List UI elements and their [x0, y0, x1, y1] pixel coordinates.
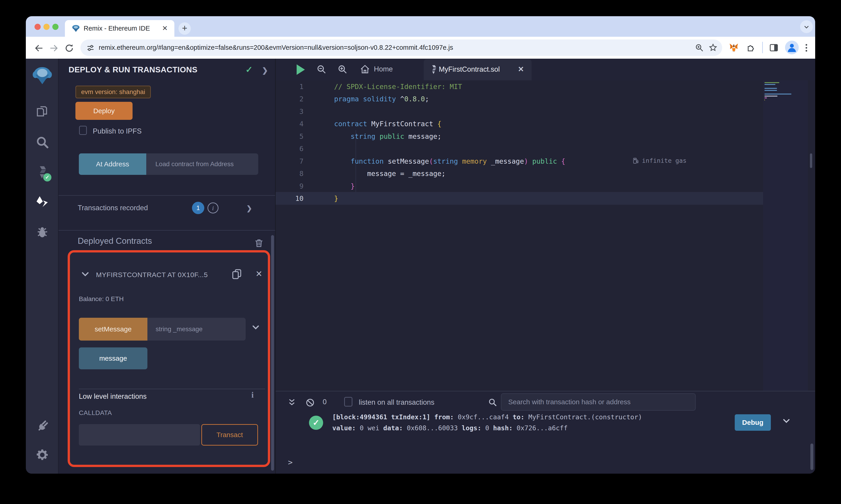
line-number: 8	[276, 167, 304, 180]
transactions-recorded-label: Transactions recorded	[78, 204, 148, 212]
remix-favicon-icon	[72, 24, 80, 32]
publish-ipfs-checkbox[interactable]	[79, 126, 87, 135]
file-tab-label: MyFirstContract.sol	[439, 65, 500, 73]
listen-all-checkbox[interactable]	[344, 397, 353, 407]
tx-log-line-2[interactable]: value: 0 wei data: 0x608...60033 logs: 0…	[332, 424, 568, 432]
editor-minimap[interactable]	[763, 80, 808, 391]
editor-region: Home MyFirstContract.sol ✕ 12345678910 /…	[275, 59, 815, 474]
plugin-manager-icon[interactable]	[35, 417, 50, 432]
set-message-input[interactable]	[148, 318, 246, 341]
panel-divider	[58, 195, 275, 196]
terminal-expand-icon[interactable]	[287, 398, 297, 408]
editor-tabbar: Home MyFirstContract.sol ✕	[276, 59, 815, 80]
home-tab-label[interactable]: Home	[374, 65, 393, 73]
code-line: message = _message;	[334, 167, 565, 180]
transactions-expand-chevron-icon[interactable]: ❯	[246, 204, 252, 212]
deploy-button[interactable]: Deploy	[75, 102, 133, 120]
tab-search-chevron-icon[interactable]	[800, 20, 813, 33]
contract-collapse-chevron-icon[interactable]	[81, 270, 89, 278]
tx-log-line-1[interactable]: [block:4994361 txIndex:1] from: 0x9cf...…	[332, 413, 642, 421]
terminal-scrollbar-thumb[interactable]	[810, 444, 813, 470]
new-tab-button[interactable]: +	[178, 22, 191, 35]
deploy-run-panel: DEPLOY & RUN TRANSACTIONS ✓ ❯ evm versio…	[58, 59, 275, 474]
search-icon[interactable]	[35, 135, 50, 149]
deploy-run-icon[interactable]	[35, 195, 50, 209]
screen: Remix - Ethereum IDE ✕ + re	[0, 0, 841, 504]
metamask-extension-icon[interactable]	[729, 43, 739, 53]
terminal-search-icon	[488, 397, 497, 407]
line-number: 9	[276, 180, 304, 193]
message-getter-button[interactable]: message	[79, 347, 148, 369]
deployed-contract-title[interactable]: MYFIRSTCONTRACT AT 0X10F...5	[96, 271, 230, 279]
low-level-info-icon[interactable]: i	[252, 390, 254, 400]
terminal-prompt[interactable]: >	[288, 458, 293, 467]
bookmark-star-icon[interactable]	[708, 43, 718, 52]
app-content: ✓ DEPLOY & RUN TRANSACTIONS ✓	[26, 59, 815, 474]
icon-rail: ✓	[26, 59, 58, 474]
zoom-page-icon[interactable]	[695, 43, 704, 52]
site-settings-icon[interactable]	[86, 43, 95, 53]
code-line: string public message;	[334, 130, 565, 143]
line-number: 4	[276, 118, 304, 130]
copy-address-icon[interactable]	[231, 268, 243, 280]
tab-myfirstcontract[interactable]: MyFirstContract.sol ✕	[424, 59, 532, 80]
panel-scrollbar[interactable]	[271, 235, 274, 471]
gas-estimate-annotation: infinite gas	[632, 157, 687, 164]
line-number: 5	[276, 130, 304, 143]
window-close-button[interactable]	[35, 24, 41, 30]
toolbar-divider	[762, 42, 763, 53]
editor-scrollbar-thumb[interactable]	[810, 154, 812, 168]
code-line	[334, 106, 565, 118]
terminal-search-input[interactable]	[501, 393, 696, 411]
window-minimize-button[interactable]	[44, 24, 50, 30]
set-message-expand-chevron-icon[interactable]	[252, 323, 260, 331]
reload-button[interactable]	[64, 43, 74, 53]
tab-close-icon[interactable]: ✕	[162, 24, 168, 32]
file-explorer-icon[interactable]	[35, 104, 50, 119]
solidity-compiler-icon[interactable]: ✓	[35, 165, 50, 180]
profile-avatar[interactable]	[785, 41, 799, 54]
forward-button[interactable]	[49, 43, 59, 53]
debugger-icon[interactable]	[35, 225, 50, 239]
transactions-info-icon[interactable]: i	[207, 202, 219, 213]
tab-title: Remix - Ethereum IDE	[84, 25, 150, 32]
run-script-play-icon[interactable]	[297, 65, 305, 75]
editor-zoom-out-icon[interactable]	[316, 64, 327, 75]
tx-expand-chevron-icon[interactable]	[783, 417, 790, 425]
file-tab-close-icon[interactable]: ✕	[518, 65, 524, 73]
window-maximize-button[interactable]	[52, 24, 58, 30]
clear-console-icon[interactable]	[305, 398, 315, 408]
debug-button[interactable]: Debug	[735, 414, 771, 431]
contract-balance: Balance: 0 ETH	[79, 295, 124, 303]
solidity-file-icon	[430, 65, 437, 75]
panel-expand-chevron-icon[interactable]: ❯	[262, 66, 268, 75]
url-bar[interactable]: remix.ethereum.org/#lang=en&optimize=fal…	[81, 39, 722, 56]
remove-contract-icon[interactable]: ✕	[256, 269, 262, 279]
side-panel-icon[interactable]	[769, 43, 778, 53]
calldata-input[interactable]	[79, 424, 200, 446]
card-divider	[79, 389, 265, 389]
tx-success-check-icon: ✓	[309, 416, 323, 430]
browser-menu-icon[interactable]	[806, 43, 807, 53]
code-lines[interactable]: // SPDX-License-Identifier: MITpragma so…	[334, 80, 565, 205]
code-line: // SPDX-License-Identifier: MIT	[334, 80, 565, 93]
panel-title: DEPLOY & RUN TRANSACTIONS	[69, 65, 198, 74]
panel-check-icon: ✓	[245, 65, 253, 75]
clear-contracts-trash-icon[interactable]	[254, 238, 264, 248]
settings-gear-icon[interactable]	[35, 448, 50, 462]
set-message-button[interactable]: setMessage	[79, 318, 148, 341]
back-button[interactable]	[34, 43, 44, 53]
line-number: 6	[276, 143, 304, 155]
browser-tab[interactable]: Remix - Ethereum IDE ✕	[65, 20, 174, 37]
at-address-input[interactable]	[146, 154, 258, 175]
transact-button[interactable]: Transact	[201, 424, 258, 446]
extensions-icon[interactable]	[746, 43, 756, 53]
line-number: 7	[276, 155, 304, 167]
editor-zoom-in-icon[interactable]	[337, 64, 348, 75]
listen-all-label: listen on all transactions	[359, 398, 434, 407]
low-level-interactions-title: Low level interactions	[79, 392, 147, 401]
terminal-count: 0	[323, 398, 327, 406]
url-text[interactable]: remix.ethereum.org/#lang=en&optimize=fal…	[99, 44, 453, 51]
code-editor[interactable]: 12345678910 // SPDX-License-Identifier: …	[276, 80, 815, 391]
at-address-button[interactable]: At Address	[79, 154, 146, 175]
